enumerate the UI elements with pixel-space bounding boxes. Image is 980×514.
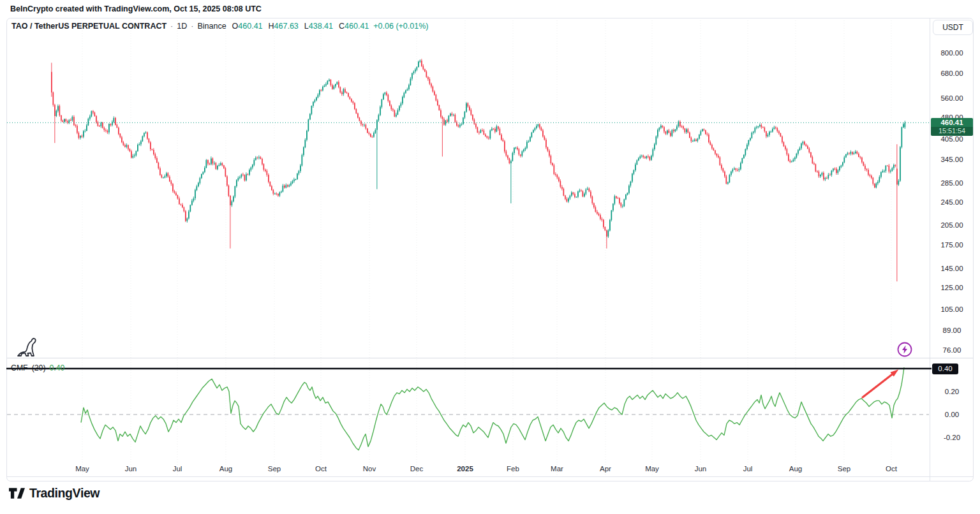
- last-price-value: 460.41: [931, 118, 973, 128]
- time-axis-tick: Apr: [600, 465, 611, 473]
- price-axis-tick: 76.00: [931, 346, 973, 354]
- price-axis-tick: 125.00: [931, 284, 973, 291]
- last-price-badge[interactable]: 460.41 15:51:54: [931, 118, 973, 136]
- boost-lightning-icon[interactable]: [898, 343, 912, 356]
- indicator-value: 0.40: [50, 363, 65, 372]
- price-axis-tick: 175.00: [931, 241, 973, 249]
- high-value: 467.63: [274, 22, 299, 31]
- open-value: 460.41: [238, 22, 262, 31]
- time-axis-tick: Feb: [507, 465, 519, 473]
- time-axis-tick: Mar: [551, 465, 563, 473]
- time-axis-tick: Sep: [268, 465, 281, 473]
- price-axis-tick: 105.00: [931, 305, 973, 313]
- separator-dot: ·: [170, 22, 173, 31]
- change-value: +0.06 (+0.01%): [373, 22, 428, 31]
- tradingview-logo-icon: [9, 485, 25, 501]
- time-axis-tick: Jun: [695, 465, 707, 473]
- time-axis-tick: Aug: [789, 465, 802, 473]
- indicator-params: (20): [32, 363, 46, 372]
- indicator-title[interactable]: CMF: [11, 363, 28, 372]
- attribution-text: BeInCrypto created with TradingView.com,…: [10, 4, 262, 13]
- price-axis-tick: 345.00: [931, 156, 973, 163]
- time-axis-tick: Oct: [315, 465, 327, 473]
- close-value: 460.41: [345, 22, 369, 31]
- bar-countdown: 15:51:54: [931, 127, 973, 136]
- indicator-legend[interactable]: CMF (20) 0.40: [11, 363, 64, 372]
- time-axis-tick: Jul: [173, 465, 182, 473]
- tradingview-logo[interactable]: TradingView: [9, 485, 100, 501]
- time-axis-tick: May: [75, 465, 89, 473]
- low-value: 438.41: [309, 22, 333, 31]
- price-axis-tick: 800.00: [931, 49, 973, 57]
- symbol-header[interactable]: TAO / TetherUS PERPETUAL CONTRACT · 1D ·…: [11, 22, 428, 31]
- tradingview-logo-text: TradingView: [29, 486, 100, 501]
- price-axis-tick: 560.00: [931, 94, 973, 102]
- open-label: O: [232, 22, 239, 31]
- dino-icon: [18, 339, 36, 356]
- widget-border: [7, 18, 974, 481]
- time-axis-tick: Nov: [363, 465, 376, 473]
- time-axis-tick: Jun: [125, 465, 137, 473]
- currency-usdt-button[interactable]: USDT: [933, 20, 973, 35]
- indicator-axis-tick: 0.00: [931, 411, 973, 418]
- time-axis-tick: Jul: [743, 465, 753, 473]
- indicator-axis-tick: 0.20: [931, 388, 973, 395]
- time-axis-tick: Dec: [410, 465, 423, 473]
- price-axis-tick: 89.00: [931, 327, 973, 334]
- time-axis-tick: Sep: [838, 465, 850, 473]
- time-axis-tick: May: [645, 465, 659, 473]
- price-axis-tick: 205.00: [931, 221, 973, 229]
- candlestick-series: [51, 59, 905, 281]
- chart-widget: BeInCrypto created with TradingView.com,…: [0, 0, 980, 514]
- price-axis-tick: 405.00: [931, 135, 973, 143]
- price-axis-tick: 285.00: [931, 179, 973, 187]
- price-axis-tick: 680.00: [931, 70, 973, 77]
- separator-dot: ·: [191, 22, 193, 31]
- time-axis-tick: Aug: [219, 465, 232, 473]
- time-axis-tick: Oct: [886, 465, 897, 473]
- time-axis-tick: 2025: [457, 465, 473, 473]
- high-label: H: [269, 22, 274, 31]
- grid-lines: [82, 20, 891, 476]
- symbol-title[interactable]: TAO / TetherUS PERPETUAL CONTRACT: [11, 22, 167, 31]
- interval-label[interactable]: 1D: [177, 22, 187, 31]
- indicator-axis-tick: -0.20: [931, 434, 973, 441]
- price-axis-tick: 245.00: [931, 198, 973, 206]
- low-label: L: [304, 22, 309, 31]
- chart-canvas[interactable]: [0, 0, 980, 514]
- exchange-label[interactable]: Binance: [197, 22, 226, 31]
- price-axis-tick: 145.00: [931, 265, 973, 272]
- level-line-badge[interactable]: 0.40: [932, 363, 958, 374]
- close-label: C: [339, 22, 345, 31]
- cmf-series: [7, 367, 929, 450]
- red-arrow-annotation[interactable]: [863, 369, 898, 397]
